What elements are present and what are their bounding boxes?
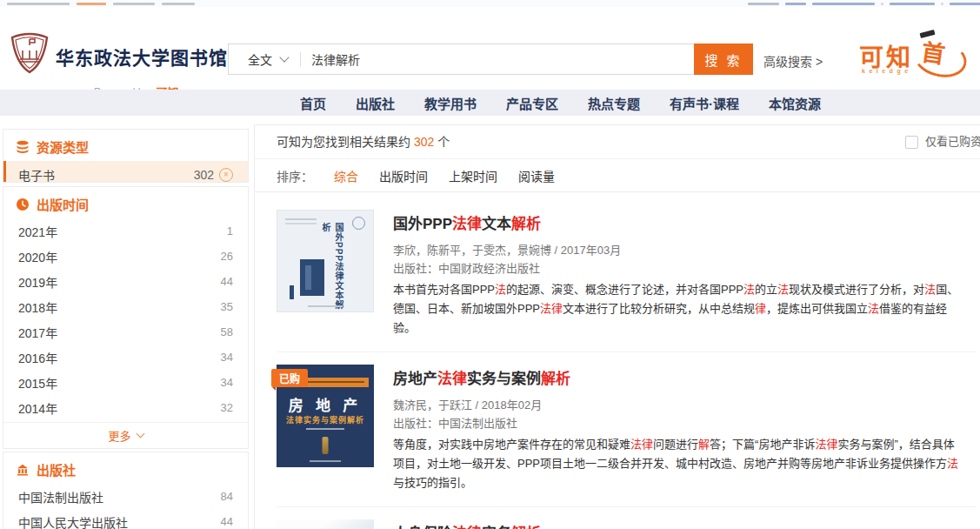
filter-row[interactable]: 2020年26 bbox=[3, 244, 248, 269]
purchased-filter: 仅看已购资源 bbox=[905, 125, 980, 158]
filter-card-header: 出版时间 bbox=[3, 187, 248, 218]
keledge-logo[interactable]: 可知 首 keledge bbox=[859, 31, 977, 87]
search-scope-value: 全文 bbox=[248, 50, 272, 68]
cover-subtitle: 法律实务与案例解析 bbox=[277, 414, 374, 425]
cover-art bbox=[290, 285, 294, 299]
filter-label: 2017年 bbox=[18, 324, 57, 341]
clipped-text-fragment bbox=[881, 3, 883, 5]
search-result-item: 房 地 产法律实务与案例解析已购 房地产法律实务与案例解析 魏济民，于跃江 / … bbox=[277, 352, 976, 507]
clipped-text-fragment bbox=[113, 3, 155, 5]
search-input[interactable] bbox=[301, 52, 694, 66]
purchased-checkbox[interactable] bbox=[905, 136, 918, 149]
clipped-text-fragment bbox=[7, 3, 70, 5]
clipped-text-fragment bbox=[812, 3, 875, 5]
cover-art bbox=[323, 437, 329, 454]
filter-label: 2019年 bbox=[18, 273, 57, 291]
publisher-logo-icon bbox=[352, 217, 365, 230]
filter-label: 2020年 bbox=[18, 248, 57, 265]
keledge-logo-dao: 首 bbox=[919, 33, 947, 70]
nav-item-product-zone[interactable]: 产品专区 bbox=[506, 94, 558, 112]
result-info: 房地产法律实务与案例解析 魏济民，于跃江 / 2018年02月 出版社：中国法制… bbox=[393, 365, 963, 492]
filter-card-publishers: 出版社 中国法制出版社84中国人民大学出版社44 bbox=[3, 452, 249, 529]
results-panel: 可知为您找到相关结果约 302 个 仅看已购资源 排序： 综合出版时间上架时间阅… bbox=[254, 124, 980, 529]
sort-option[interactable]: 上架时间 bbox=[449, 167, 497, 184]
nav-item-home[interactable]: 首页 bbox=[300, 94, 326, 112]
clipped-text-fragment bbox=[77, 3, 106, 5]
nav-item-publishers[interactable]: 出版社 bbox=[356, 94, 395, 112]
summary-suffix: 个 bbox=[434, 135, 450, 149]
cover-wave-art bbox=[277, 519, 374, 529]
sort-bar: 排序： 综合出版时间上架时间阅读量 bbox=[255, 159, 980, 192]
filter-label: 电子书 bbox=[18, 166, 55, 184]
book-cover[interactable]: 国外PPP法律文本解析 bbox=[277, 210, 374, 312]
cover-title: 房 地 产 bbox=[277, 393, 374, 415]
sort-option[interactable]: 综合 bbox=[334, 167, 358, 184]
summary-count: 302 bbox=[414, 135, 434, 149]
nav-item-hot-topics[interactable]: 热点专题 bbox=[588, 94, 640, 112]
top-bar-right-fragments bbox=[748, 3, 980, 5]
filter-count: 35 bbox=[221, 300, 233, 313]
filter-row[interactable]: 电子书302× bbox=[3, 161, 248, 183]
nav-item-teaching-books[interactable]: 教学用书 bbox=[424, 94, 477, 112]
results-summary: 可知为您找到相关结果约 302 个 仅看已购资源 bbox=[255, 125, 980, 159]
clipped-text-fragment bbox=[162, 3, 195, 5]
book-cover[interactable]: 房 地 产法律实务与案例解析已购 bbox=[277, 365, 374, 467]
search-result-item: THE INSURANCE LAW& PRACTICE人身保险法律实务解析 人身… bbox=[277, 507, 976, 529]
filter-row[interactable]: 2018年35 bbox=[3, 294, 248, 319]
filter-card-header: 资源类型 bbox=[3, 130, 248, 161]
sort-option[interactable]: 出版时间 bbox=[379, 167, 428, 184]
book-cover[interactable]: THE INSURANCE LAW& PRACTICE人身保险法律实务解析 bbox=[277, 519, 374, 529]
filter-card-pub-time: 出版时间 2021年12020年262019年442018年352017年582… bbox=[3, 186, 249, 449]
filter-label: 2016年 bbox=[18, 349, 57, 366]
filter-count: 84 bbox=[221, 490, 233, 503]
summary-prefix: 可知为您找到相关结果约 bbox=[277, 135, 414, 149]
result-authors-date: 李欣，陈新平，于雯杰，景婉博 / 2017年03月 bbox=[393, 241, 963, 259]
remove-filter-icon[interactable]: × bbox=[219, 168, 233, 182]
filter-row[interactable]: 2021年1 bbox=[3, 218, 248, 244]
search-button[interactable]: 搜 索 bbox=[694, 44, 753, 75]
page: 华东政法大学图书馆 Powered by 可知 全文 搜 索 高级搜索 > 可知… bbox=[0, 0, 980, 529]
filter-card-title: 资源类型 bbox=[37, 137, 89, 156]
filter-count: 1 bbox=[227, 224, 233, 238]
result-title[interactable]: 人身保险法律实务解析 bbox=[393, 521, 963, 529]
nav-item-audiobooks-courses[interactable]: 有声书·课程 bbox=[670, 94, 739, 112]
cover-author-lines bbox=[306, 428, 344, 430]
clock-icon bbox=[16, 198, 30, 211]
filter-label: 2014年 bbox=[18, 399, 57, 417]
filter-row[interactable]: 2015年34 bbox=[3, 370, 248, 395]
top-bar-left-fragments bbox=[7, 3, 195, 5]
filter-row[interactable]: 2016年34 bbox=[3, 345, 248, 370]
main-nav: 首页 出版社 教学用书 产品专区 热点专题 有声书·课程 本馆资源 bbox=[0, 90, 980, 116]
result-publisher: 出版社：中国财政经济出版社 bbox=[393, 259, 963, 278]
header: 华东政法大学图书馆 Powered by 可知 全文 搜 索 高级搜索 > 可知… bbox=[0, 7, 980, 90]
chevron-down-icon bbox=[279, 52, 289, 62]
filter-row[interactable]: 2014年32 bbox=[3, 395, 248, 420]
filter-card-resource-type: 资源类型 电子书302× bbox=[3, 129, 249, 183]
building-icon bbox=[16, 463, 30, 477]
filter-count: 34 bbox=[221, 376, 233, 389]
filter-row[interactable]: 2017年58 bbox=[3, 319, 248, 345]
filter-label: 2015年 bbox=[18, 374, 57, 392]
more-button[interactable]: 更多 bbox=[3, 422, 248, 447]
result-title[interactable]: 国外PPP法律文本解析 bbox=[393, 211, 963, 233]
search-scope-select[interactable]: 全文 bbox=[229, 50, 300, 68]
search-bar: 全文 搜 索 bbox=[228, 44, 753, 75]
result-title[interactable]: 房地产法律实务与案例解析 bbox=[393, 366, 963, 388]
clipped-text-fragment bbox=[950, 3, 980, 5]
advanced-search-link[interactable]: 高级搜索 > bbox=[763, 52, 823, 70]
purchased-badge: 已购 bbox=[271, 369, 308, 387]
filter-label: 中国法制出版社 bbox=[18, 488, 103, 506]
filter-row[interactable]: 2019年44 bbox=[3, 269, 248, 294]
filter-row[interactable]: 中国人民大学出版社44 bbox=[3, 509, 248, 529]
clipped-text-fragment bbox=[748, 3, 779, 5]
result-authors-date: 魏济民，于跃江 / 2018年02月 bbox=[393, 396, 963, 414]
filter-count: 26 bbox=[221, 250, 233, 263]
nav-item-library-resources[interactable]: 本馆资源 bbox=[769, 94, 821, 112]
filter-count: 302 bbox=[194, 168, 214, 182]
sort-option[interactable]: 阅读量 bbox=[518, 167, 555, 184]
filter-row[interactable]: 中国法制出版社84 bbox=[3, 484, 248, 509]
library-title: 华东政法大学图书馆 bbox=[56, 44, 228, 70]
result-publisher: 出版社：中国法制出版社 bbox=[393, 414, 963, 432]
more-label: 更多 bbox=[108, 427, 130, 444]
results-list: 国外PPP法律文本解析 国外PPP法律文本解析 李欣，陈新平，于雯杰，景婉博 /… bbox=[255, 192, 980, 529]
